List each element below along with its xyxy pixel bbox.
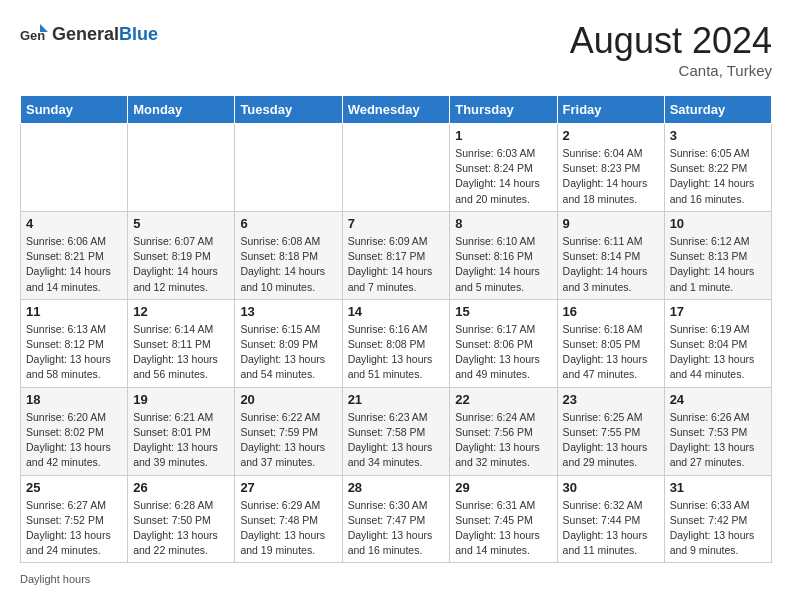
day-number: 7 — [348, 216, 445, 231]
day-number: 8 — [455, 216, 551, 231]
calendar-cell — [235, 124, 342, 212]
location-subtitle: Canta, Turkey — [570, 62, 772, 79]
day-info: Sunrise: 6:15 AMSunset: 8:09 PMDaylight:… — [240, 322, 336, 383]
day-info: Sunrise: 6:26 AMSunset: 7:53 PMDaylight:… — [670, 410, 766, 471]
day-number: 14 — [348, 304, 445, 319]
day-info: Sunrise: 6:11 AMSunset: 8:14 PMDaylight:… — [563, 234, 659, 295]
col-header-saturday: Saturday — [664, 96, 771, 124]
day-number: 19 — [133, 392, 229, 407]
day-number: 4 — [26, 216, 122, 231]
day-number: 17 — [670, 304, 766, 319]
day-info: Sunrise: 6:29 AMSunset: 7:48 PMDaylight:… — [240, 498, 336, 559]
day-number: 2 — [563, 128, 659, 143]
calendar-cell: 6Sunrise: 6:08 AMSunset: 8:18 PMDaylight… — [235, 211, 342, 299]
day-info: Sunrise: 6:33 AMSunset: 7:42 PMDaylight:… — [670, 498, 766, 559]
calendar-cell: 11Sunrise: 6:13 AMSunset: 8:12 PMDayligh… — [21, 299, 128, 387]
calendar-cell: 23Sunrise: 6:25 AMSunset: 7:55 PMDayligh… — [557, 387, 664, 475]
calendar-week-row: 1Sunrise: 6:03 AMSunset: 8:24 PMDaylight… — [21, 124, 772, 212]
day-number: 15 — [455, 304, 551, 319]
day-number: 10 — [670, 216, 766, 231]
title-block: August 2024 Canta, Turkey — [570, 20, 772, 79]
day-info: Sunrise: 6:14 AMSunset: 8:11 PMDaylight:… — [133, 322, 229, 383]
day-info: Sunrise: 6:05 AMSunset: 8:22 PMDaylight:… — [670, 146, 766, 207]
day-number: 30 — [563, 480, 659, 495]
col-header-friday: Friday — [557, 96, 664, 124]
calendar-cell: 25Sunrise: 6:27 AMSunset: 7:52 PMDayligh… — [21, 475, 128, 563]
day-info: Sunrise: 6:24 AMSunset: 7:56 PMDaylight:… — [455, 410, 551, 471]
calendar-cell: 13Sunrise: 6:15 AMSunset: 8:09 PMDayligh… — [235, 299, 342, 387]
day-number: 1 — [455, 128, 551, 143]
calendar-cell — [128, 124, 235, 212]
col-header-sunday: Sunday — [21, 96, 128, 124]
day-info: Sunrise: 6:12 AMSunset: 8:13 PMDaylight:… — [670, 234, 766, 295]
calendar-cell: 12Sunrise: 6:14 AMSunset: 8:11 PMDayligh… — [128, 299, 235, 387]
calendar-week-row: 18Sunrise: 6:20 AMSunset: 8:02 PMDayligh… — [21, 387, 772, 475]
day-info: Sunrise: 6:20 AMSunset: 8:02 PMDaylight:… — [26, 410, 122, 471]
day-number: 27 — [240, 480, 336, 495]
day-number: 5 — [133, 216, 229, 231]
day-info: Sunrise: 6:22 AMSunset: 7:59 PMDaylight:… — [240, 410, 336, 471]
day-info: Sunrise: 6:27 AMSunset: 7:52 PMDaylight:… — [26, 498, 122, 559]
calendar-cell: 15Sunrise: 6:17 AMSunset: 8:06 PMDayligh… — [450, 299, 557, 387]
day-info: Sunrise: 6:18 AMSunset: 8:05 PMDaylight:… — [563, 322, 659, 383]
logo-icon: Gen — [20, 20, 48, 48]
day-info: Sunrise: 6:30 AMSunset: 7:47 PMDaylight:… — [348, 498, 445, 559]
calendar-cell — [21, 124, 128, 212]
day-number: 23 — [563, 392, 659, 407]
day-number: 12 — [133, 304, 229, 319]
day-info: Sunrise: 6:23 AMSunset: 7:58 PMDaylight:… — [348, 410, 445, 471]
calendar-cell: 1Sunrise: 6:03 AMSunset: 8:24 PMDaylight… — [450, 124, 557, 212]
day-number: 13 — [240, 304, 336, 319]
calendar-cell: 3Sunrise: 6:05 AMSunset: 8:22 PMDaylight… — [664, 124, 771, 212]
day-info: Sunrise: 6:07 AMSunset: 8:19 PMDaylight:… — [133, 234, 229, 295]
calendar-cell: 22Sunrise: 6:24 AMSunset: 7:56 PMDayligh… — [450, 387, 557, 475]
footer: Daylight hours — [20, 573, 772, 585]
day-info: Sunrise: 6:19 AMSunset: 8:04 PMDaylight:… — [670, 322, 766, 383]
day-number: 20 — [240, 392, 336, 407]
calendar-table: SundayMondayTuesdayWednesdayThursdayFrid… — [20, 95, 772, 563]
day-info: Sunrise: 6:25 AMSunset: 7:55 PMDaylight:… — [563, 410, 659, 471]
daylight-label: Daylight hours — [20, 573, 90, 585]
logo-general-text: General — [52, 24, 119, 44]
day-number: 9 — [563, 216, 659, 231]
calendar-cell: 28Sunrise: 6:30 AMSunset: 7:47 PMDayligh… — [342, 475, 450, 563]
calendar-cell: 19Sunrise: 6:21 AMSunset: 8:01 PMDayligh… — [128, 387, 235, 475]
month-year-title: August 2024 — [570, 20, 772, 62]
calendar-cell: 9Sunrise: 6:11 AMSunset: 8:14 PMDaylight… — [557, 211, 664, 299]
calendar-cell: 5Sunrise: 6:07 AMSunset: 8:19 PMDaylight… — [128, 211, 235, 299]
col-header-wednesday: Wednesday — [342, 96, 450, 124]
day-info: Sunrise: 6:32 AMSunset: 7:44 PMDaylight:… — [563, 498, 659, 559]
day-info: Sunrise: 6:16 AMSunset: 8:08 PMDaylight:… — [348, 322, 445, 383]
calendar-week-row: 4Sunrise: 6:06 AMSunset: 8:21 PMDaylight… — [21, 211, 772, 299]
calendar-cell: 20Sunrise: 6:22 AMSunset: 7:59 PMDayligh… — [235, 387, 342, 475]
logo-blue-text: Blue — [119, 24, 158, 44]
calendar-cell: 26Sunrise: 6:28 AMSunset: 7:50 PMDayligh… — [128, 475, 235, 563]
calendar-cell: 17Sunrise: 6:19 AMSunset: 8:04 PMDayligh… — [664, 299, 771, 387]
calendar-cell: 31Sunrise: 6:33 AMSunset: 7:42 PMDayligh… — [664, 475, 771, 563]
calendar-cell: 27Sunrise: 6:29 AMSunset: 7:48 PMDayligh… — [235, 475, 342, 563]
calendar-week-row: 25Sunrise: 6:27 AMSunset: 7:52 PMDayligh… — [21, 475, 772, 563]
calendar-cell: 14Sunrise: 6:16 AMSunset: 8:08 PMDayligh… — [342, 299, 450, 387]
calendar-cell: 10Sunrise: 6:12 AMSunset: 8:13 PMDayligh… — [664, 211, 771, 299]
calendar-cell: 29Sunrise: 6:31 AMSunset: 7:45 PMDayligh… — [450, 475, 557, 563]
day-info: Sunrise: 6:21 AMSunset: 8:01 PMDaylight:… — [133, 410, 229, 471]
col-header-tuesday: Tuesday — [235, 96, 342, 124]
col-header-thursday: Thursday — [450, 96, 557, 124]
day-number: 18 — [26, 392, 122, 407]
day-info: Sunrise: 6:31 AMSunset: 7:45 PMDaylight:… — [455, 498, 551, 559]
day-info: Sunrise: 6:28 AMSunset: 7:50 PMDaylight:… — [133, 498, 229, 559]
calendar-cell: 24Sunrise: 6:26 AMSunset: 7:53 PMDayligh… — [664, 387, 771, 475]
day-number: 31 — [670, 480, 766, 495]
day-number: 21 — [348, 392, 445, 407]
day-info: Sunrise: 6:09 AMSunset: 8:17 PMDaylight:… — [348, 234, 445, 295]
calendar-week-row: 11Sunrise: 6:13 AMSunset: 8:12 PMDayligh… — [21, 299, 772, 387]
day-info: Sunrise: 6:03 AMSunset: 8:24 PMDaylight:… — [455, 146, 551, 207]
day-number: 16 — [563, 304, 659, 319]
day-info: Sunrise: 6:13 AMSunset: 8:12 PMDaylight:… — [26, 322, 122, 383]
col-header-monday: Monday — [128, 96, 235, 124]
calendar-header-row: SundayMondayTuesdayWednesdayThursdayFrid… — [21, 96, 772, 124]
day-number: 6 — [240, 216, 336, 231]
day-number: 3 — [670, 128, 766, 143]
day-info: Sunrise: 6:08 AMSunset: 8:18 PMDaylight:… — [240, 234, 336, 295]
logo: Gen GeneralBlue — [20, 20, 158, 48]
